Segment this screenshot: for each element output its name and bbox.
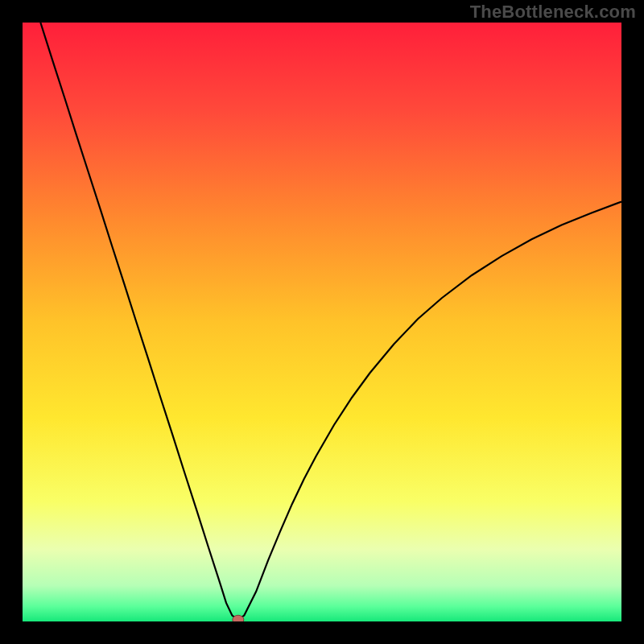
plot-area xyxy=(23,23,621,621)
optimal-point-marker xyxy=(233,615,244,621)
chart-frame: TheBottleneck.com xyxy=(0,0,644,644)
plot-svg xyxy=(23,23,621,621)
watermark-text: TheBottleneck.com xyxy=(470,2,636,23)
gradient-background xyxy=(23,23,621,621)
